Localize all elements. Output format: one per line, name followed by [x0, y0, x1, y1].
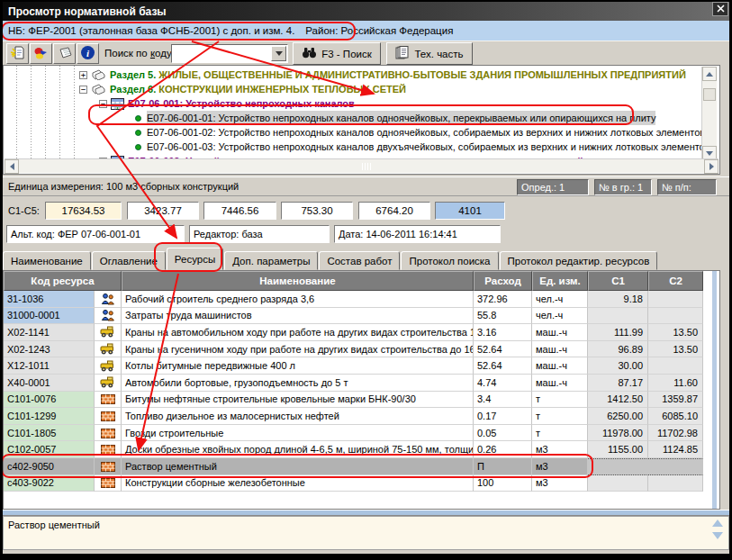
- resource-row-с403-9022[interactable]: с403-9022Конструкции сборные железобетон…: [4, 475, 719, 492]
- resource-row-С101-1805[interactable]: С101-1805Гвозди строительные0.05т11978.0…: [4, 425, 719, 442]
- resource-unit: маш.-ч: [532, 324, 588, 341]
- resource-name: Краны на автомобильном ходу при работе н…: [122, 324, 474, 341]
- window-border: [0, 554, 732, 560]
- resource-consumption: 52.64: [474, 357, 532, 375]
- tree-item-Раздел6[interactable]: −Раздел 6. КОНСТРУКЦИИ ИНЖЕНЕРНЫХ ТЕПЛОВ…: [4, 82, 702, 96]
- scroll-left-button[interactable]: [5, 159, 19, 174]
- tab-протокол-редактир-ресурсов[interactable]: Протокол редактир. ресурсов: [500, 251, 658, 270]
- column-header[interactable]: Расход: [474, 271, 532, 291]
- detail-row: Альт. код: ФЕР 07-06-001-01 Редактор: ба…: [3, 223, 729, 248]
- table-scroll-strip[interactable]: [712, 271, 717, 509]
- machine-icon: [95, 324, 122, 341]
- column-header[interactable]: Ед. изм.: [532, 271, 588, 291]
- resource-c1: 30.00: [588, 357, 648, 375]
- resource-unit: т: [532, 408, 588, 425]
- date-field: Дата: 14-06-2011 16:14:41: [334, 225, 501, 243]
- column-header[interactable]: С1: [588, 271, 648, 291]
- tree-vertical-scrollbar[interactable]: [701, 67, 717, 160]
- tab-состав-работ[interactable]: Состав работ: [319, 251, 400, 270]
- costs-row: С1-С5: 17634.53 3423.77 7446.56 753.30 6…: [3, 197, 729, 223]
- search-by-code-label: Поиск по коду:: [104, 48, 175, 59]
- search-code-combobox[interactable]: [171, 44, 288, 63]
- resource-row-С101-0076[interactable]: С101-0076Битумы нефтяные строительные кр…: [4, 392, 719, 409]
- notebook-button[interactable]: [53, 43, 76, 64]
- tab-доп-параметры[interactable]: Доп. параметры: [224, 251, 318, 270]
- database-info-bar: НБ: ФЕР-2001 (эталонная база ФСНБ-2001) …: [3, 21, 729, 41]
- resource-unit: м3: [532, 441, 588, 458]
- scrollbar-thumb[interactable]: [703, 88, 716, 101]
- resource-c2: 13.50: [648, 341, 703, 358]
- measure-unit-label: Единица измерения: 100 м3 сборных констр…: [3, 181, 239, 192]
- resource-code: Х12-1011: [4, 357, 95, 375]
- resource-consumption: П: [474, 458, 532, 475]
- close-button[interactable]: [712, 2, 728, 16]
- scroll-up-button[interactable]: [702, 67, 717, 81]
- scrollbar-grip: [362, 163, 371, 170]
- resource-row-Х02-1141[interactable]: Х02-1141Краны на автомобильном ходу при …: [4, 324, 719, 341]
- c2-value: 3423.77: [127, 202, 199, 220]
- resource-row-31000-0001[interactable]: 31000-0001Затраты труда машинистов55.8че…: [4, 308, 719, 325]
- resource-code: Х02-1243: [4, 341, 95, 358]
- resource-c1: 1155.00: [588, 441, 648, 458]
- resource-code: С102-0057: [4, 441, 95, 458]
- notebook-icon: [57, 47, 73, 61]
- info-button[interactable]: i: [77, 43, 99, 64]
- f3-search-button[interactable]: F3 - Поиск: [293, 42, 381, 65]
- resource-consumption: 372.96: [474, 291, 532, 308]
- chevron-down-icon: [276, 51, 283, 56]
- column-header[interactable]: С2: [648, 271, 703, 291]
- resource-unit: маш.-ч: [532, 375, 588, 392]
- panel-scroll-down-icon[interactable]: [712, 532, 723, 539]
- code-4101-value[interactable]: 4101: [435, 202, 505, 220]
- resource-description-panel: Раствор цементный: [3, 516, 729, 550]
- collapse-minus-icon[interactable]: −: [99, 100, 107, 108]
- resource-row-31-1036[interactable]: 31-1036Рабочий строитель среднего разряд…: [4, 291, 719, 308]
- resource-unit: т: [532, 392, 588, 409]
- combobox-dropdown-button[interactable]: [271, 46, 286, 61]
- scroll-right-button[interactable]: [704, 159, 718, 174]
- resource-row-С102-0057[interactable]: С102-0057Доски обрезные хвойных пород дл…: [4, 441, 719, 458]
- resource-name: Гвозди строительные: [122, 425, 474, 442]
- tab-наименование[interactable]: Наименование: [3, 251, 91, 270]
- new-document-button[interactable]: [6, 43, 29, 64]
- column-header[interactable]: Код ресурса: [4, 271, 122, 291]
- tab-ресурсы[interactable]: Ресурсы: [167, 248, 223, 270]
- resource-consumption: 100: [474, 475, 532, 492]
- resource-row-С101-1299[interactable]: С101-1299Топливо дизельное из малосернис…: [4, 408, 719, 425]
- material-icon: [95, 475, 122, 492]
- tree-item-E07-06-001[interactable]: −E07-06-001: Устройство непроходных кана…: [4, 96, 702, 111]
- resource-row-Х02-1243[interactable]: Х02-1243Краны на гусеничном ходу при раб…: [4, 341, 719, 358]
- tree-item-E07-06-001-02[interactable]: E07-06-001-02: Устройство непроходных ка…: [4, 125, 702, 140]
- tree-horizontal-scrollbar[interactable]: [5, 158, 718, 173]
- material-icon: [95, 392, 122, 409]
- c1-value: 17634.53: [45, 202, 122, 220]
- arrow-down-icon: [706, 151, 713, 156]
- column-header[interactable]: Наименование: [122, 271, 474, 291]
- grid-icon: [111, 98, 124, 110]
- resource-row-Х40-0001[interactable]: Х40-0001Автомобили бортовые, грузоподъем…: [4, 375, 719, 392]
- tree-item-E07-06-001-03[interactable]: E07-06-001-03: Устройство непроходных ка…: [4, 140, 702, 154]
- resource-c2: [648, 475, 703, 492]
- resource-code: С101-1299: [4, 408, 95, 425]
- collapse-minus-icon[interactable]: −: [79, 86, 87, 94]
- tech-part-button[interactable]: Тех. часть: [386, 42, 473, 65]
- resource-unit: чел.-ч: [532, 308, 588, 325]
- resource-c2: 13.50: [648, 324, 703, 341]
- resource-consumption: 0.26: [474, 441, 532, 458]
- tree-item-Раздел5[interactable]: +Раздел 5. ЖИЛЫЕ, ОБЩЕСТВЕННЫЕ И АДМИНИС…: [4, 68, 702, 82]
- tab-протокол-поиска[interactable]: Протокол поиска: [401, 251, 498, 270]
- panel-scroll-up-icon[interactable]: [712, 519, 723, 527]
- machine-icon: [95, 341, 122, 358]
- resource-code: 31-1036: [4, 291, 95, 308]
- tab-оглавление[interactable]: Оглавление: [92, 251, 166, 270]
- resource-row-Х12-1011[interactable]: Х12-1011Котлы битумные передвижные 400 л…: [4, 357, 719, 375]
- resource-name: Краны на гусеничном ходу при работе на д…: [122, 341, 474, 358]
- expand-plus-icon[interactable]: +: [79, 71, 87, 79]
- colored-book-button[interactable]: [30, 43, 52, 64]
- resource-row-с402-9050[interactable]: с402-9050Раствор цементныйПм3: [4, 458, 719, 475]
- resource-name: Раствор цементный: [122, 458, 474, 475]
- resource-unit: маш.-ч: [532, 341, 588, 358]
- machine-icon: [95, 357, 122, 375]
- panel-splitter[interactable]: [3, 510, 729, 516]
- tree-item-E07-06-001-01[interactable]: E07-06-001-01: Устройство непроходных ка…: [4, 111, 702, 125]
